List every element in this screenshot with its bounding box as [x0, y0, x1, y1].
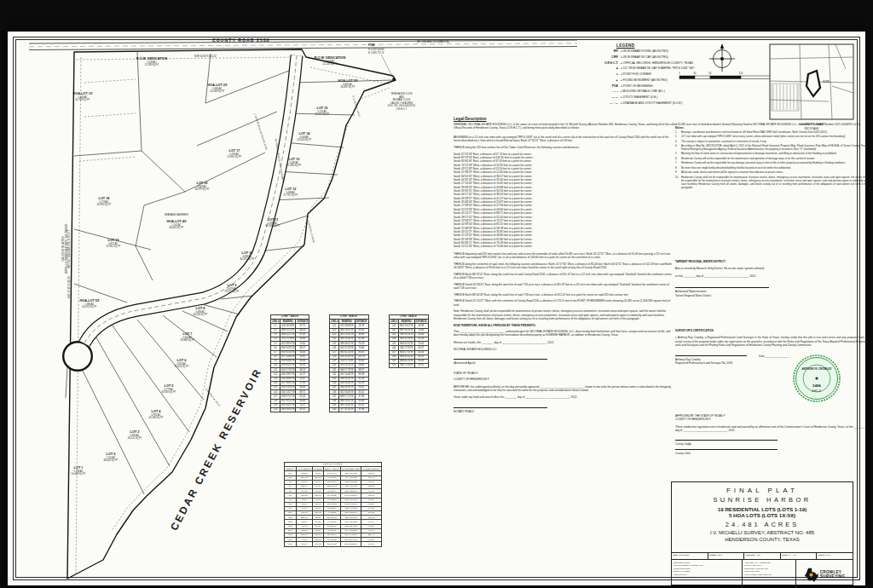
- note-number: 10.: [675, 176, 681, 190]
- meta-cell: Checked: ARC: [744, 553, 781, 559]
- line-table-2: LINE TABLELINE #BEARINGDISTANCEL21S72°48…: [329, 314, 369, 412]
- reservoir-label: CEDAR CREEK RESERVOIR: [168, 366, 264, 533]
- lot-line: [221, 296, 253, 299]
- note-text: According to Map No. 48213C0270E, dated …: [681, 145, 868, 152]
- lot-name: HOA-LOT 5X: [80, 299, 100, 303]
- lot-area: 0.991 AC43,168 SQ FT: [149, 413, 164, 419]
- table-cell: 145.00': [313, 542, 324, 546]
- legend-symbol: — · —: [596, 101, 621, 106]
- lot-area: 0.930 AC40,511 SQ FT: [128, 434, 142, 440]
- table-cell: 35°04'12": [323, 542, 340, 546]
- lot-name: LOT 2: [107, 453, 116, 456]
- lot-name: HOA-LOT 2X: [208, 84, 228, 87]
- meta-value: 1" = 60': [789, 554, 795, 556]
- approval-block: APPROVED BY THE STATE OF TEXAS § COUNTY …: [675, 414, 870, 455]
- note-text: All private roads, drives and streets wi…: [681, 171, 868, 175]
- lot-area: 0.638 AC27,791 SQ FT: [284, 191, 298, 197]
- meta-cell: Sheet: 1 of 1: [817, 553, 853, 559]
- lot-name: LOT 14: [299, 132, 311, 135]
- note-item: 3.This survey is subject to easements, c…: [675, 141, 868, 144]
- legal-note-paragraph: Note: Henderson County shall not be resp…: [454, 309, 672, 320]
- subdivision-name: SUNRISE HARBOR: [672, 496, 853, 504]
- surveyor-info-line: CORINTH, TX 76210: [744, 576, 794, 579]
- seal-name: ANTHONY R. CROWLEY: [802, 367, 832, 371]
- lot-name: HOA-LOT 1X: [73, 92, 93, 95]
- table-row: L20S40°39'53"W85.31': [271, 407, 309, 412]
- adjacent-deed-note: TERESA SUE COOKANDMICHAEL COOKCALLED 7.5…: [388, 92, 415, 111]
- table-cell: S77°31'35"W: [339, 407, 355, 412]
- county-clerk-label: County Clerk: [675, 452, 870, 455]
- legend-item: IRF= IRON REBAR FOUND (AS NOTED): [596, 49, 741, 54]
- lot-labels: LOT 11.158 AC50,443 SQ FTLOT 21.102 AC48…: [72, 56, 358, 476]
- legend-item: ▲= FOUND MONUMENT (AS NOTED): [596, 78, 741, 83]
- table-cell: L40: [330, 407, 339, 412]
- now-therefore-line: NOW THEREFORE, KNOW ALL PERSONS BY THESE…: [454, 324, 672, 327]
- county-road-sublabel: (BY USE AND OCCUPATION): [417, 40, 449, 43]
- table-cell: 93.70': [414, 364, 428, 368]
- lot-line: [205, 54, 211, 103]
- lot-name: LOT 7: [183, 332, 193, 336]
- surveyor-seal-icon: ANTHONY R. CROWLEY ★ 5494 R.P.L.S.: [792, 354, 841, 403]
- legend-item: ■= 1/2" IRON REBAR W/ CAP STAMPED "RPLS …: [596, 66, 741, 71]
- note-item: 10.Henderson County shall not be respons…: [675, 176, 868, 190]
- legend-text: = BUILDING SETBACK LINE (B.L.): [621, 89, 741, 94]
- road-centerline: [29, 43, 577, 47]
- note-number: 7.: [675, 162, 681, 165]
- lot-area: 0.696 AC30,318 SQ FT: [266, 222, 280, 228]
- notes-title: Notes:: [675, 126, 868, 130]
- certification-body: I, Anthony Ray Crowley, a Registered Pro…: [675, 336, 868, 347]
- table-cell: L50: [390, 364, 399, 368]
- lot-name: LOT 3: [130, 430, 140, 434]
- note-item: 9.All private roads, drives and streets …: [675, 171, 868, 175]
- meta-label: Checked:: [746, 554, 756, 556]
- surveyor-cell: ANTHONY RAY CROWLEYR.P.L.S. NO. 5494CROW…: [743, 560, 796, 588]
- legend-symbol: — —: [596, 95, 621, 100]
- lot-line: [136, 246, 153, 280]
- texas-shape-icon: [804, 568, 818, 582]
- lot-name: LOT 17: [229, 149, 240, 153]
- lot-line: [137, 52, 142, 151]
- legend-item: POB= POINT OF BEGINNING: [596, 84, 741, 89]
- lot-area: 0.654 AC28,488 SQ FT: [181, 336, 195, 342]
- water-district-block: TARRANT REGIONAL WATER DISTRICT Area is …: [675, 260, 868, 297]
- dimension-label: N 01°17'40" E 618.70': [67, 275, 71, 298]
- seal-rpls: R.P.L.S.: [812, 389, 822, 393]
- pob-label: POB: [368, 43, 375, 47]
- residential-lots-line: 19 RESIDENTIAL LOTS (LOTS 1-19): [672, 506, 853, 513]
- easement-dashed-line: [84, 79, 136, 83]
- legend-symbol: CIRF: [596, 55, 621, 60]
- table-row: L50N01°17'40"E93.70': [390, 364, 429, 368]
- owner-info-line: laura@wcirealestate.com: [674, 576, 740, 579]
- legend-symbol: IRF: [596, 49, 621, 54]
- note-text: Bearings, coordinates and distances cite…: [681, 131, 868, 135]
- lot-name: LOT 18: [99, 197, 110, 200]
- adjacent-owner-west: CALLED 58.195 ACRESJERRELL D. PARKER AND…: [61, 223, 71, 274]
- note-item: 5.Blocking the flow of storm water or co…: [675, 153, 868, 156]
- lot-line: [142, 151, 185, 192]
- legal-paragraph: THENCE along the centerline of said cree…: [454, 262, 672, 270]
- legal-paragraph: BEGINNING at a 1/2 inch iron rebar with …: [454, 135, 672, 143]
- lot-name: LOT 5: [165, 384, 174, 388]
- given-line: Given under my hand and seal of office t…: [454, 395, 672, 399]
- lot-name: LOT 1: [74, 466, 84, 470]
- legal-paragraph: THENCE South 01°15'27" West, with the ce…: [454, 299, 672, 307]
- meta-cell: Drawn: CDM: [708, 553, 745, 559]
- legend-item: CIRF= IRON REBAR W/ CAP (AS NOTED): [596, 55, 741, 60]
- title-block-info-row: Owner/Developer:WCI Real Estate Holdings…: [672, 560, 853, 588]
- legend-symbol: ▲: [596, 78, 621, 83]
- table-cell: 85.31': [296, 407, 309, 412]
- legend-item: – – –= BUILDING SETBACK LINE (B.L.): [596, 89, 741, 94]
- legend-text: = 1/2" IRON REBAR W/ CAP STAMPED "RPLS 5…: [621, 66, 741, 71]
- table-row: C1788.76'145.00'35°04'12"N62°55'28"W87.3…: [285, 542, 382, 546]
- note-text: No more than one single family detached …: [681, 167, 868, 170]
- note-item: 2.1/2" iron rebar with cap stamped "RPLS…: [675, 135, 868, 139]
- note-text: 1/2" iron rebar with cap stamped "RPLS 5…: [681, 135, 868, 139]
- legal-paragraph: THENCE North 88°19'21" East, along the s…: [454, 273, 672, 280]
- notes-list: 1.Bearings, coordinates and distances ci…: [675, 131, 868, 190]
- lot-area: 0.779 AC33,933 SQ FT: [97, 200, 112, 206]
- note-text: Henderson County will not be responsible…: [681, 162, 868, 165]
- legend-text: = FOUND MONUMENT (AS NOTED): [621, 78, 741, 83]
- lot-line: [74, 151, 142, 156]
- lot-line: [66, 367, 67, 398]
- metes-line: South 52°21'34" West, a distance of 70.6…: [454, 245, 672, 248]
